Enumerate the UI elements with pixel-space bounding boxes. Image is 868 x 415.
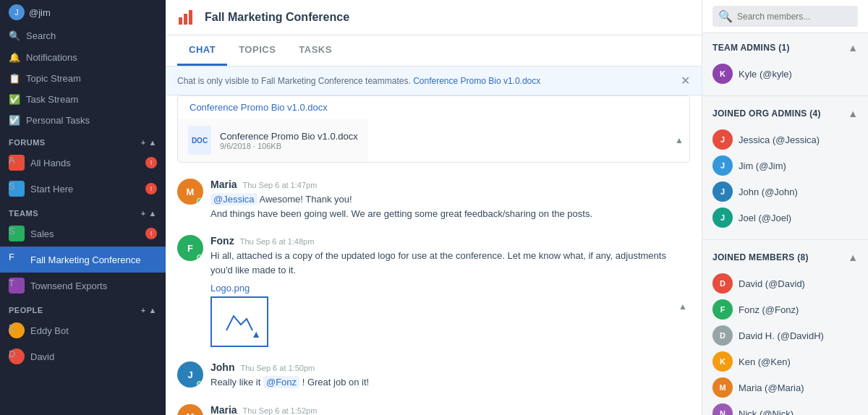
sidebar-item-david[interactable]: D David — [0, 343, 166, 369]
sidebar-item-sales[interactable]: S Sales ! — [0, 221, 166, 247]
org-admins-toggle[interactable]: ▲ — [848, 108, 858, 119]
message-time-maria-2: Thu Sep 6 at 1:52pm — [243, 406, 318, 415]
sidebar-item-personal-tasks[interactable]: ☑️ Personal Tasks — [0, 110, 166, 131]
file1-collapse-button[interactable]: ▲ — [672, 133, 686, 147]
chat-area: Chat is only visible to Fall Marketing C… — [166, 67, 702, 415]
john-panel-name: John (@John) — [739, 187, 798, 197]
sidebar-item-townsend[interactable]: T Townsend Exports — [0, 273, 166, 299]
svg-rect-2 — [189, 10, 192, 25]
david-label: David — [30, 351, 54, 362]
teams-add-icon[interactable]: + — [141, 209, 146, 218]
divider-1 — [702, 95, 868, 96]
maria-avatar-2: M — [177, 404, 203, 416]
sidebar-item-notifications[interactable]: 🔔 Notifications — [0, 47, 166, 68]
member-fonz[interactable]: F Fonz (@Fonz) — [712, 296, 858, 322]
image-attachment-logo: Logo.png ▲ — [210, 283, 690, 347]
right-panel-header: 🔍 — [702, 0, 868, 33]
tab-chat[interactable]: CHAT — [177, 35, 227, 66]
member-jim[interactable]: J Jim (@Jim) — [712, 153, 858, 179]
sidebar-item-task-stream[interactable]: ✅ Task Stream — [0, 89, 166, 110]
members-title: JOINED MEMBERS (8) — [712, 252, 809, 262]
joel-name: Joel (@Joel) — [739, 213, 791, 223]
maria-panel-avatar: M — [712, 377, 733, 398]
member-ken[interactable]: K Ken (@Ken) — [712, 348, 858, 375]
member-jessica[interactable]: J Jessica (@Jessica) — [712, 127, 858, 153]
org-admins-header: JOINED ORG ADMINS (4) ▲ — [712, 108, 858, 119]
message-text-fonz: Hi all, attached is a copy of the update… — [210, 249, 690, 277]
forums-collapse-icon[interactable]: ▲ — [149, 138, 157, 147]
nick-avatar: N — [712, 403, 733, 415]
message-text-john: Really like it @Fonz ! Great job on it! — [210, 375, 690, 390]
members-toggle[interactable]: ▲ — [848, 252, 858, 263]
mention-jessica[interactable]: @Jessica — [210, 193, 258, 205]
online-indicator — [197, 198, 203, 204]
member-kyle[interactable]: K Kyle (@kyle) — [712, 61, 858, 87]
close-button[interactable]: ✕ — [681, 74, 690, 87]
mention-fonz-1[interactable]: @Fonz — [263, 376, 299, 388]
john-avatar: J — [177, 361, 203, 388]
tab-tasks[interactable]: TASKS — [287, 35, 344, 66]
sidebar: J @jim 🔍 Search 🔔 Notifications 📋 Topic … — [0, 0, 166, 415]
member-nick[interactable]: N Nick (@Nick) — [712, 401, 858, 415]
message-john: J John Thu Sep 6 at 1:50pm Really like i… — [166, 354, 702, 397]
people-add-icon[interactable]: + — [141, 306, 146, 315]
file-preview-1: DOC Conference Promo Bio v1.0.docx 9/6/2… — [178, 119, 368, 162]
john-online-indicator — [197, 381, 203, 387]
task-stream-label: Task Stream — [26, 94, 78, 105]
start-here-label: Start Here — [30, 184, 73, 194]
teams-collapse-icon[interactable]: ▲ — [149, 209, 157, 218]
jessica-name: Jessica (@Jessica) — [739, 134, 820, 145]
logo-link[interactable]: Logo.png — [210, 283, 690, 294]
fonz-online-indicator — [197, 254, 203, 260]
message-time-john: Thu Sep 6 at 1:50pm — [240, 364, 315, 372]
sidebar-item-all-hands[interactable]: A All Hands ! — [0, 150, 166, 176]
teams-section-header: TEAMS + ▲ — [0, 202, 166, 221]
member-david[interactable]: D David (@David) — [712, 270, 858, 296]
forums-add-icon[interactable]: + — [141, 138, 146, 147]
fall-marketing-label: Fall Marketing Conference — [30, 254, 140, 265]
message-time-maria-1: Thu Sep 6 at 1:47pm — [243, 181, 318, 189]
notifications-label: Notifications — [26, 52, 77, 63]
main-header: Fall Marketing Conference — [166, 0, 702, 35]
tab-topics[interactable]: TOPICS — [227, 35, 287, 66]
jim-avatar: J — [712, 155, 733, 176]
logo-image-placeholder — [210, 296, 268, 347]
sidebar-item-start-here[interactable]: S Start Here ! — [0, 176, 166, 202]
ken-name: Ken (@Ken) — [739, 356, 791, 367]
joel-avatar: J — [712, 208, 733, 228]
member-search-bar[interactable]: 🔍 — [712, 6, 858, 27]
message-author-fonz: Fonz — [210, 235, 234, 247]
main-content: Fall Marketing Conference CHAT TOPICS TA… — [166, 0, 702, 415]
townsend-icon: T — [9, 278, 25, 294]
info-bar-link[interactable]: Conference Promo Bio v1.0.docx — [413, 76, 540, 86]
nick-name: Nick (@Nick) — [739, 408, 793, 416]
search-label: Search — [26, 30, 56, 41]
member-david-h[interactable]: D David H. (@DavidH) — [712, 322, 858, 348]
fonz-avatar: F — [177, 235, 203, 261]
people-collapse-icon[interactable]: ▲ — [149, 306, 157, 315]
all-hands-icon: A — [9, 155, 25, 171]
logo-collapse-button[interactable]: ▲ — [676, 299, 690, 314]
svg-rect-1 — [184, 14, 187, 25]
jim-name: Jim (@Jim) — [739, 161, 786, 171]
sidebar-item-eddy-bot[interactable]: E Eddy Bot — [0, 317, 166, 343]
people-controls: + ▲ — [141, 306, 157, 315]
message-text-maria-1-line1: @Jessica Awesome! Thank you! — [210, 192, 690, 207]
member-maria[interactable]: M Maria (@Maria) — [712, 375, 858, 401]
sidebar-item-topic-stream[interactable]: 📋 Topic Stream — [0, 68, 166, 89]
all-hands-badge: ! — [145, 157, 157, 168]
divider-2 — [702, 239, 868, 240]
maria-avatar-1: M — [177, 179, 203, 205]
search-item[interactable]: 🔍 Search — [0, 25, 166, 47]
member-joel[interactable]: J Joel (@Joel) — [712, 205, 858, 231]
member-search-input[interactable] — [737, 12, 852, 22]
sidebar-user-item[interactable]: J @jim — [0, 0, 166, 25]
start-here-icon: S — [9, 181, 25, 197]
sidebar-item-fall-marketing[interactable]: F Fall Marketing Conference — [0, 247, 166, 273]
message-maria-2: M Maria Thu Sep 6 at 1:52pm I think it l… — [166, 397, 702, 416]
message-time-fonz: Thu Sep 6 at 1:48pm — [240, 237, 315, 246]
member-john[interactable]: J John (@John) — [712, 179, 858, 205]
file-link-1[interactable]: Conference Promo Bio v1.0.docx — [178, 96, 689, 119]
team-admins-toggle[interactable]: ▲ — [848, 42, 858, 54]
people-section-header: PEOPLE + ▲ — [0, 299, 166, 317]
